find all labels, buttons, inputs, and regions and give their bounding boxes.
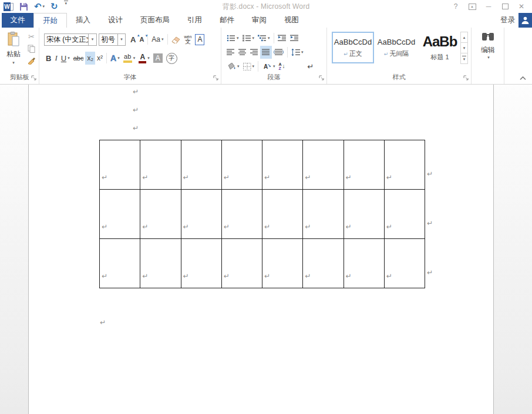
- redo-button[interactable]: ↻: [50, 1, 58, 12]
- distributed-button[interactable]: [272, 46, 285, 59]
- bold-button[interactable]: B: [44, 52, 53, 65]
- tab-file[interactable]: 文件: [2, 13, 33, 28]
- enclose-characters-button[interactable]: 字: [164, 52, 179, 65]
- clipboard-dialog-launcher[interactable]: [31, 75, 37, 81]
- ribbon-tabs: 开始插入设计页面布局引用邮件审阅视图: [33, 13, 308, 28]
- table-cell-r2c6[interactable]: ↵: [303, 190, 344, 239]
- undo-button[interactable]: ↶ ▾: [34, 1, 45, 12]
- center-button[interactable]: [237, 46, 248, 59]
- strikethrough-button[interactable]: abc: [72, 52, 86, 65]
- align-left-button[interactable]: [225, 46, 237, 59]
- sort-button[interactable]: AZ ↓: [277, 60, 287, 73]
- table-cell-r3c8[interactable]: ↵: [385, 239, 425, 288]
- style-标题 1[interactable]: AaBb标题 1: [419, 32, 461, 63]
- close-button[interactable]: ✕: [513, 1, 530, 12]
- subscript-button[interactable]: x₂: [85, 52, 95, 65]
- paste-button[interactable]: 粘贴 ▾: [3, 32, 24, 74]
- table-cell-r2c4[interactable]: ↵: [222, 190, 262, 239]
- table-cell-r2c3[interactable]: ↵: [181, 190, 222, 239]
- format-painter-button[interactable]: [27, 56, 36, 65]
- table-cell-r3c4[interactable]: ↵: [222, 239, 262, 288]
- font-color-button[interactable]: A ▾: [137, 52, 151, 65]
- style-无间隔[interactable]: AaBbCcDd↵无间隔: [375, 32, 417, 63]
- table-cell-r2c7[interactable]: ↵: [344, 190, 385, 239]
- tab-设计[interactable]: 设计: [99, 13, 132, 28]
- bullets-button[interactable]: ▾: [225, 32, 241, 45]
- numbering-button[interactable]: ▾: [241, 32, 257, 45]
- styles-more-button[interactable]: ▾: [460, 53, 468, 64]
- tab-邮件[interactable]: 邮件: [211, 13, 243, 28]
- align-right-button[interactable]: [248, 46, 260, 59]
- maximize-button[interactable]: [497, 1, 513, 12]
- table-cell-r3c6[interactable]: ↵: [303, 239, 344, 288]
- table-cell-r1c4[interactable]: ↵: [222, 140, 262, 190]
- decrease-indent-button[interactable]: [276, 32, 288, 45]
- underline-button[interactable]: U ▾: [59, 52, 72, 65]
- font-size-combo[interactable]: 初号 ▾: [99, 33, 126, 46]
- show-hide-marks-button[interactable]: ↵: [306, 60, 316, 73]
- minimize-button[interactable]: ─: [480, 1, 497, 12]
- table-cell-r3c1[interactable]: ↵: [100, 239, 140, 288]
- table-cell-r1c3[interactable]: ↵: [181, 140, 222, 190]
- table-cell-r3c5[interactable]: ↵: [262, 239, 303, 288]
- ribbon-display-options-button[interactable]: ▲: [464, 1, 480, 12]
- character-shading-button[interactable]: A: [151, 52, 164, 65]
- tab-审阅[interactable]: 审阅: [243, 13, 275, 28]
- table-cell-r1c6[interactable]: ↵: [303, 140, 344, 190]
- superscript-button[interactable]: x²: [95, 52, 105, 65]
- table-cell-r2c1[interactable]: ↵: [100, 190, 140, 239]
- paste-icon: [7, 32, 20, 47]
- table-cell-r1c5[interactable]: ↵: [262, 140, 303, 190]
- styles-scroll-down-button[interactable]: ▾: [460, 42, 468, 53]
- clear-formatting-button[interactable]: [170, 33, 183, 46]
- text-effects-button[interactable]: A ▾: [109, 52, 122, 65]
- multilevel-list-button[interactable]: ▾: [256, 32, 272, 45]
- change-case-button[interactable]: Aa ▾: [150, 33, 165, 46]
- table-cell-r3c7[interactable]: ↵: [344, 239, 385, 288]
- paragraph-dialog-launcher[interactable]: [319, 75, 325, 81]
- tab-插入[interactable]: 插入: [67, 13, 99, 28]
- table-cell-r3c2[interactable]: ↵: [140, 239, 181, 288]
- cut-button[interactable]: ✂: [28, 32, 35, 41]
- borders-button[interactable]: ▾: [241, 60, 257, 73]
- font-dialog-launcher[interactable]: [213, 75, 219, 81]
- table-cell-r2c8[interactable]: ↵: [385, 190, 425, 239]
- table-cell-r2c2[interactable]: ↵: [140, 190, 181, 239]
- document-page[interactable]: ↵↵↵↵↵↵↵↵↵↵↵↵↵↵↵↵↵↵↵↵↵↵↵↵ ↵↵↵↵↵↵↵: [28, 85, 494, 414]
- row-end-mark: ↵: [427, 170, 433, 177]
- highlight-color-button[interactable]: ab ▾: [122, 52, 137, 65]
- styles-scroll-up-button[interactable]: ▴: [460, 32, 468, 43]
- copy-button[interactable]: [28, 45, 35, 53]
- tab-页面布局[interactable]: 页面布局: [132, 13, 179, 28]
- tab-开始[interactable]: 开始: [33, 13, 67, 28]
- table-cell-r1c1[interactable]: ↵: [100, 140, 140, 190]
- table-cell-r1c2[interactable]: ↵: [140, 140, 181, 190]
- table-cell-r2c5[interactable]: ↵: [262, 190, 303, 239]
- styles-dialog-launcher[interactable]: [463, 75, 469, 81]
- collapse-ribbon-button[interactable]: [518, 75, 527, 82]
- help-button[interactable]: ?: [447, 1, 464, 12]
- italic-button[interactable]: I: [53, 52, 59, 65]
- increase-indent-button[interactable]: [288, 32, 301, 45]
- character-border-button[interactable]: A: [193, 33, 206, 46]
- phonetic-guide-button[interactable]: wén文: [183, 33, 194, 46]
- shading-button[interactable]: ▾: [225, 60, 241, 73]
- editing-button[interactable]: 编辑 ▾: [477, 32, 499, 74]
- table-cell-r1c7[interactable]: ↵: [344, 140, 385, 190]
- tab-视图[interactable]: 视图: [275, 13, 308, 28]
- tab-引用[interactable]: 引用: [179, 13, 211, 28]
- font-name-combo[interactable]: 宋体 (中文正文 ▾: [44, 33, 97, 46]
- account-button[interactable]: [518, 13, 532, 28]
- grow-font-button[interactable]: A▴: [129, 33, 137, 46]
- cell-paragraph-mark: ↵: [346, 174, 352, 181]
- line-spacing-button[interactable]: ▾: [289, 46, 305, 59]
- customize-qat-button[interactable]: ▾: [64, 1, 68, 12]
- table-cell-r3c3[interactable]: ↵: [181, 239, 222, 288]
- sign-in-link[interactable]: 登录: [500, 13, 515, 28]
- save-button[interactable]: [19, 1, 28, 12]
- asian-layout-button[interactable]: A ▾: [260, 60, 277, 73]
- table-cell-r1c8[interactable]: ↵: [385, 140, 425, 190]
- justify-button[interactable]: [260, 46, 272, 59]
- style-正文[interactable]: AaBbCcDd↵正文: [332, 32, 374, 63]
- chevron-up-icon: [520, 76, 526, 80]
